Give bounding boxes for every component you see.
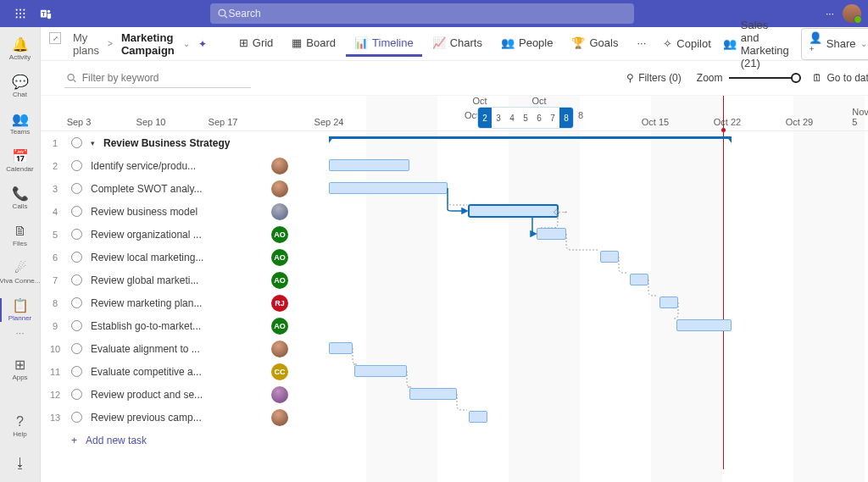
- task-row[interactable]: 12Review product and se...: [41, 383, 295, 406]
- app-launcher-icon[interactable]: [7, 8, 34, 19]
- rail-more[interactable]: ···: [15, 329, 24, 337]
- task-bar-selected[interactable]: ◇→: [469, 205, 558, 217]
- task-bar[interactable]: [676, 319, 732, 331]
- task-row[interactable]: 4Review business model: [41, 200, 295, 223]
- global-search[interactable]: [210, 3, 634, 24]
- assignee-avatar[interactable]: AO: [271, 226, 288, 243]
- rail-help[interactable]: ?Help: [0, 407, 41, 445]
- task-bar[interactable]: [354, 365, 407, 377]
- view-board[interactable]: ▦Board: [283, 31, 344, 57]
- copilot-button[interactable]: ✧Copilot: [663, 37, 710, 50]
- assignee-avatar[interactable]: [271, 180, 288, 197]
- keyword-filter[interactable]: [64, 69, 251, 88]
- day-chip[interactable]: 7: [546, 108, 559, 128]
- zoom-knob[interactable]: [791, 73, 801, 83]
- rail-activity[interactable]: 🔔Activity: [0, 30, 41, 68]
- filters-button[interactable]: ⚲Filters (0): [626, 72, 682, 84]
- rail-teams[interactable]: 👥Teams: [0, 105, 41, 142]
- complete-toggle[interactable]: [71, 366, 82, 377]
- task-row[interactable]: 11Evaluate competitive a...CC: [41, 360, 295, 383]
- rail-planner[interactable]: 📋Planner: [0, 291, 41, 329]
- chevron-down-icon[interactable]: ⌄: [183, 39, 190, 48]
- task-title[interactable]: Review Business Strategy: [103, 137, 288, 149]
- task-bar[interactable]: [600, 251, 619, 263]
- assignee-avatar[interactable]: [271, 386, 288, 403]
- assignee-avatar[interactable]: [271, 158, 288, 175]
- assignee-avatar[interactable]: [271, 203, 288, 220]
- complete-toggle[interactable]: [71, 252, 82, 263]
- task-title[interactable]: Complete SWOT analy...: [91, 183, 263, 195]
- task-title[interactable]: Review organizational ...: [91, 229, 263, 241]
- task-row[interactable]: 8Review marketing plan...RJ: [41, 291, 295, 314]
- rail-download[interactable]: ⭳: [0, 445, 41, 482]
- rail-calls[interactable]: 📞Calls: [0, 180, 41, 217]
- zoom-control[interactable]: Zoom: [697, 72, 798, 84]
- task-title[interactable]: Evaluate competitive a...: [91, 366, 263, 378]
- rail-files[interactable]: 🗎Files: [0, 217, 41, 254]
- view-people[interactable]: 👥People: [492, 31, 561, 57]
- day-chip[interactable]: 4: [505, 108, 519, 128]
- task-row[interactable]: 13Review previous camp...: [41, 406, 295, 429]
- task-title[interactable]: Review previous camp...: [91, 412, 263, 424]
- task-row[interactable]: 7Review global marketi...AO: [41, 269, 295, 291]
- assignee-avatar[interactable]: AO: [271, 318, 288, 335]
- view-charts[interactable]: 📈Charts: [424, 31, 491, 57]
- task-row[interactable]: 5Review organizational ...AO: [41, 223, 295, 246]
- task-title[interactable]: Review business model: [91, 206, 263, 218]
- task-bar[interactable]: [329, 182, 448, 194]
- search-input[interactable]: [229, 8, 627, 19]
- day-chip[interactable]: 2: [478, 108, 492, 128]
- complete-toggle[interactable]: [71, 320, 82, 331]
- complete-toggle[interactable]: [71, 297, 82, 308]
- task-bar[interactable]: [659, 296, 678, 308]
- pin-icon[interactable]: ✦: [198, 38, 207, 50]
- task-title[interactable]: Review product and se...: [91, 389, 263, 401]
- complete-toggle[interactable]: [71, 389, 82, 400]
- complete-toggle[interactable]: [71, 206, 82, 217]
- assignee-avatar[interactable]: AO: [271, 272, 288, 289]
- task-row[interactable]: 1▾Review Business Strategy: [41, 131, 295, 154]
- complete-toggle[interactable]: [71, 160, 82, 171]
- task-bar[interactable]: [329, 342, 353, 354]
- complete-toggle[interactable]: [71, 137, 82, 148]
- gantt-pane[interactable]: Oct Oct Sep 24 Oct 2 3 4 5 6 7 8 8 Oct 1…: [295, 96, 868, 482]
- task-title[interactable]: Establish go-to-market...: [91, 320, 263, 332]
- task-bar[interactable]: [329, 159, 409, 171]
- view-timeline[interactable]: 📊Timeline: [346, 31, 422, 57]
- task-title[interactable]: Review global marketi...: [91, 274, 263, 286]
- complete-toggle[interactable]: [71, 412, 82, 423]
- assignee-avatar[interactable]: [271, 409, 288, 426]
- task-title[interactable]: Identify service/produ...: [91, 160, 263, 172]
- expand-panel-icon[interactable]: ⤢: [49, 32, 61, 44]
- day-chip[interactable]: 6: [532, 108, 546, 128]
- summary-bar[interactable]: [329, 136, 732, 139]
- goto-date-button[interactable]: 🗓Go to date: [812, 72, 868, 84]
- day-chip[interactable]: 5: [519, 108, 532, 128]
- task-title[interactable]: Evaluate alignment to ...: [91, 343, 263, 355]
- view-more[interactable]: ···: [628, 31, 654, 57]
- breadcrumb-root[interactable]: My plans: [73, 31, 99, 57]
- task-title[interactable]: Review marketing plan...: [91, 297, 263, 309]
- plan-name[interactable]: Marketing Campaign: [121, 31, 175, 57]
- task-row[interactable]: 6Review local marketing...AO: [41, 246, 295, 269]
- day-selector[interactable]: 2 3 4 5 6 7 8: [477, 107, 574, 129]
- complete-toggle[interactable]: [71, 274, 82, 285]
- task-title[interactable]: Review local marketing...: [91, 252, 263, 263]
- view-grid[interactable]: ⊞Grid: [231, 31, 282, 57]
- task-bar[interactable]: [469, 411, 487, 423]
- task-row[interactable]: 10Evaluate alignment to ...: [41, 337, 295, 360]
- rail-chat[interactable]: 💬Chat: [0, 68, 41, 105]
- filter-input[interactable]: [82, 72, 249, 84]
- assignee-avatar[interactable]: RJ: [271, 295, 288, 312]
- zoom-slider[interactable]: [729, 77, 797, 79]
- day-chip[interactable]: 3: [492, 108, 505, 128]
- task-row[interactable]: 9Establish go-to-market...AO: [41, 314, 295, 337]
- task-row[interactable]: 3Complete SWOT analy...: [41, 177, 295, 200]
- task-bar[interactable]: [409, 388, 457, 400]
- rail-apps[interactable]: ⊞Apps: [0, 351, 41, 388]
- assignee-avatar[interactable]: [271, 341, 288, 357]
- rail-viva[interactable]: ☄Viva Conne...: [0, 254, 41, 291]
- collapse-icon[interactable]: ▾: [91, 139, 95, 147]
- assignee-avatar[interactable]: AO: [271, 249, 288, 266]
- add-task-row[interactable]: + Add new task: [41, 429, 295, 452]
